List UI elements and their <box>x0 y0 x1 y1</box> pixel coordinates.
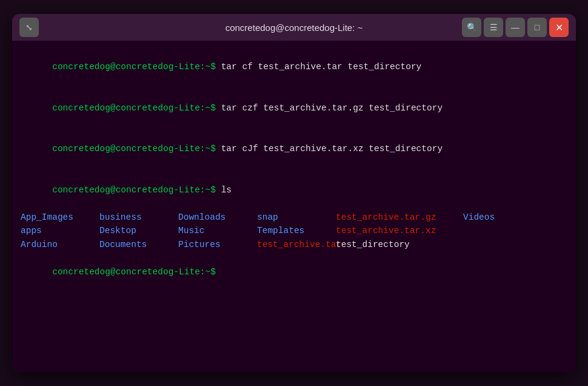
ls-templates: Templates <box>257 224 336 237</box>
ls-row-1: App_Images business Downloads snap test_… <box>21 211 567 224</box>
close-icon: ✕ <box>555 22 563 33</box>
ls-music: Music <box>178 224 257 237</box>
terminal-body[interactable]: concretedog@concretedog-Lite:~$ tar cf t… <box>12 41 576 372</box>
command-2: tar czf test_archive.tar.gz test_directo… <box>221 103 443 113</box>
terminal-line-3: concretedog@concretedog-Lite:~$ tar cJf … <box>21 129 567 169</box>
minimize-button[interactable]: — <box>506 18 525 37</box>
maximize-button[interactable]: □ <box>527 18 547 37</box>
prompt-1: concretedog@concretedog-Lite:~$ <box>52 62 221 72</box>
ls-downloads: Downloads <box>178 211 257 224</box>
ls-documents: Documents <box>99 238 178 251</box>
close-button[interactable]: ✕ <box>549 18 569 37</box>
terminal-window: ⤡ concretedog@concretedog-Lite: ~ 🔍 ☰ — … <box>12 14 576 372</box>
prompt-2: concretedog@concretedog-Lite:~$ <box>52 103 221 113</box>
ls-desktop: Desktop <box>99 224 178 237</box>
titlebar: ⤡ concretedog@concretedog-Lite: ~ 🔍 ☰ — … <box>12 14 576 41</box>
ls-archive-tar-gz: test_archive.tar.gz <box>336 211 463 224</box>
new-tab-icon: ⤡ <box>25 22 33 32</box>
window-title: concretedog@concretedog-Lite: ~ <box>226 22 363 33</box>
prompt-3: concretedog@concretedog-Lite:~$ <box>52 144 221 154</box>
menu-button[interactable]: ☰ <box>484 18 503 37</box>
ls-business: business <box>99 211 178 224</box>
search-button[interactable]: 🔍 <box>462 18 481 37</box>
ls-test-directory: test_directory <box>336 238 463 251</box>
titlebar-left: ⤡ <box>19 18 39 37</box>
ls-row-3: Arduino Documents Pictures test_archive.… <box>21 238 567 251</box>
menu-icon: ☰ <box>490 22 498 32</box>
ls-arduino: Arduino <box>21 238 99 251</box>
ls-archive-tar-xz: test_archive.tar.xz <box>336 224 463 237</box>
search-icon: 🔍 <box>467 22 477 32</box>
ls-row-2: apps Desktop Music Templates test_archiv… <box>21 224 567 237</box>
ls-apps: apps <box>21 224 99 237</box>
prompt-final: concretedog@concretedog-Lite:~$ <box>52 267 221 277</box>
command-1: tar cf test_archive.tar test_directory <box>221 62 422 72</box>
ls-archive-tar: test_archive.tar <box>257 238 336 251</box>
terminal-line-4: concretedog@concretedog-Lite:~$ ls <box>21 169 567 210</box>
maximize-icon: □ <box>535 22 540 32</box>
minimize-icon: — <box>511 22 520 32</box>
command-3: tar cJf test_archive.tar.xz test_directo… <box>221 144 443 154</box>
ls-pictures: Pictures <box>178 238 257 251</box>
command-4: ls <box>221 185 232 195</box>
ls-videos: Videos <box>463 211 524 224</box>
new-tab-button[interactable]: ⤡ <box>19 18 39 37</box>
terminal-final-line: concretedog@concretedog-Lite:~$ <box>21 251 567 292</box>
ls-app-images: App_Images <box>21 211 99 224</box>
titlebar-controls: 🔍 ☰ — □ ✕ <box>462 18 569 37</box>
terminal-line-1: concretedog@concretedog-Lite:~$ tar cf t… <box>21 47 567 87</box>
ls-snap: snap <box>257 211 336 224</box>
prompt-4: concretedog@concretedog-Lite:~$ <box>52 185 221 195</box>
terminal-line-2: concretedog@concretedog-Lite:~$ tar czf … <box>21 87 567 128</box>
